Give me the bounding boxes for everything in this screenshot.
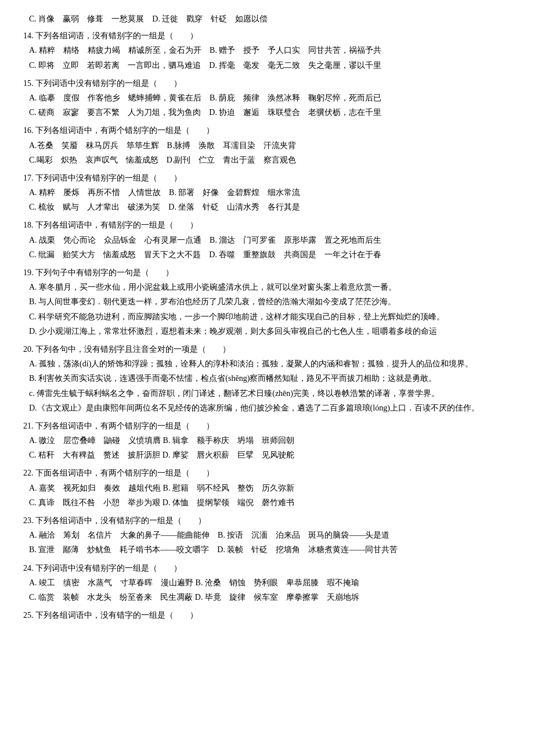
question-option: A. 竣工 缜密 水蒸气 寸草春晖 漫山遍野 B. 沧桑 销蚀 势利眼 卑恭屈膝… xyxy=(23,575,511,590)
question-title: 15. 下列词语中没有错别字的一组是（ ） xyxy=(23,76,511,91)
question-option: A. 精粹 屡烁 再所不惜 人情世故 B. 部署 好像 金碧辉煌 细水常流 xyxy=(23,185,511,200)
question-option: C.喝彩 炽热 哀声叹气 恼羞成怒 D.副刊 伫立 青出于蓝 察言观色 xyxy=(23,153,511,167)
main-content: C. 肖像 赢弱 修葺 一愁莫展 D. 迁徙 戳穿 针砭 如愿以偿14. 下列各… xyxy=(23,12,511,622)
question-title: 24. 下列词语中没有错别字的一组是（ ） xyxy=(23,561,511,575)
question-title: 23. 下列各组词语中，没有错别字的一组是（ ） xyxy=(23,513,511,528)
question-block: 18. 下列各组词语中，有错别字的一组是（ ）A. 战栗 凭心而论 众品铄金 心… xyxy=(23,218,511,262)
question-block: 23. 下列各组词语中，没有错别字的一组是（ ）A. 融洽 筹划 名信片 大象的… xyxy=(23,513,511,557)
question-option: A. 嗷泣 层峦叠嶂 鼬碰 义愤填膺 B. 辑拿 额手称庆 坍塌 班师回朝 xyxy=(23,433,511,448)
question-title: 16. 下列各组词语中，有两个错别字的一组是（ ） xyxy=(23,123,511,138)
question-option-long: B. 与人间世事变幻．朝代更迭一样，罗布泊也经历了几荣几衰，曾经的浩瀚大湖如今变… xyxy=(23,294,511,309)
question-block: 22. 下面各组词语中，有两个错别字的一组是（ ）A. 嘉奖 视死如归 奏效 越… xyxy=(23,466,511,510)
question-title: 19. 下列句子中有错别字的一句是（ ） xyxy=(23,265,511,280)
question-title: 17. 下列词语中没有错别字的一组是（ ） xyxy=(23,171,511,185)
question-block: 14. 下列各组词语，没有错别字的一组是（ ）A. 精粹 精络 精疲力竭 精诚所… xyxy=(23,28,511,73)
question-option: C. 真谛 既往不咎 小憩 举步为艰 D. 体恤 提纲挈领 端倪 磬竹难书 xyxy=(23,495,511,510)
question-block: 17. 下列词语中没有错别字的一组是（ ）A. 精粹 屡烁 再所不惜 人情世故 … xyxy=(23,171,511,215)
question-option: C. 磋商 寂寥 要言不繁 人为刀俎，我为鱼肉 D. 协迫 邂逅 珠联璧合 老骥… xyxy=(23,105,511,120)
question-block: 15. 下列词语中没有错别字的一组是（ ）A. 临摹 度假 作客他乡 蟋蟀捕蝉，… xyxy=(23,76,511,120)
question-block: 19. 下列句子中有错别字的一句是（ ）A. 寒冬腊月，买一些水仙，用小泥盆栽上… xyxy=(23,265,511,339)
question-option-long: D.《古文观止》是由康熙年间两位名不见经传的选家所编，他们披沙捡金，遴选了二百多… xyxy=(23,401,511,415)
question-option-long: A. 孤独，荡涤(dí)人的矫饰和浮躁；孤独，诠释人的淳朴和淡泊；孤独，凝聚人的… xyxy=(23,357,511,371)
question-title: 20. 下列各句中，没有错别字且注音全对的一项是（ ） xyxy=(23,342,511,357)
question-title: 18. 下列各组词语中，有错别字的一组是（ ） xyxy=(23,218,511,232)
question-option: A. 临摹 度假 作客他乡 蟋蟀捕蝉，黄雀在后 B. 荫庇 频律 涣然冰释 鞠躬… xyxy=(23,91,511,105)
question-option: C. 即将 立即 若即若离 一言即出，驷马难追 D. 挥毫 毫发 毫无二致 失之… xyxy=(23,58,511,73)
question-block: 21. 下列各组词语中，有两个错别字的一组是（ ）A. 嗷泣 层峦叠嶂 鼬碰 义… xyxy=(23,419,511,463)
question-title: 21. 下列各组词语中，有两个错别字的一组是（ ） xyxy=(23,419,511,433)
question-option: A. 嘉奖 视死如归 奏效 越俎代疱 B. 慰籍 弱不经风 整饬 历久弥新 xyxy=(23,481,511,495)
question-option: B. 宣泄 鄙薄 炒鱿鱼 耗子啃书本——咬文嚼字 D. 装帧 针砭 挖墙角 冰糖… xyxy=(23,542,511,557)
question-title: 25. 下列各组词语中，没有错字的一组是（ ） xyxy=(23,608,511,622)
question-option-long: A. 寒冬腊月，买一些水仙，用小泥盆栽上或用小瓷碗盛清水供上，就可以坐对窗头案上… xyxy=(23,280,511,294)
question-title: 14. 下列各组词语，没有错别字的一组是（ ） xyxy=(23,28,511,43)
question-option: A.苍桑 笑靥 秣马厉兵 筚筚生辉 B.脉搏 涣散 耳濡目染 汗流夹背 xyxy=(23,138,511,153)
question-option: A. 精粹 精络 精疲力竭 精诚所至，金石为开 B. 赠予 授予 予人口实 同甘… xyxy=(23,43,511,57)
question-block: 24. 下列词语中没有错别字的一组是（ ）A. 竣工 缜密 水蒸气 寸草春晖 漫… xyxy=(23,561,511,605)
question-option-long: c. 傅雷先生毓于蜗利蜗名之争，奋而辞职，闭门译述，翻译艺术日臻(zhēn)完美… xyxy=(23,386,511,401)
question-option: C. 临赏 装帧 水龙头 纷至沓来 民生凋蔽 D. 毕竟 旋律 候车室 摩拳擦掌… xyxy=(23,590,511,604)
question-option: C. 梳妆 赋与 人才辈出 破涕为笑 D. 坐落 针砭 山清水秀 各行其是 xyxy=(23,200,511,214)
question-option-long: B. 利害攸关而实话实说，连遇强手而毫不怯懦，检点省(shěng)察而幡然知耻，… xyxy=(23,371,511,386)
question-option: A. 战栗 凭心而论 众品铄金 心有灵犀一点通 B. 溜达 门可罗雀 原形毕露 … xyxy=(23,233,511,247)
question-block: 20. 下列各句中，没有错别字且注音全对的一项是（ ）A. 孤独，荡涤(dí)人… xyxy=(23,342,511,415)
question-option-long: D. 少小观湖江海上，常常壮怀激烈，遐想着未来；晚岁观潮，则大多回头审视自己的七… xyxy=(23,324,511,339)
question-block: 16. 下列各组词语中，有两个错别字的一组是（ ）A.苍桑 笑靥 秣马厉兵 筚筚… xyxy=(23,123,511,167)
question-option-long: C. 科学研究不能急功进利，而应脚踏实地，一步一个脚印地前进，这样才能实现自己的… xyxy=(23,309,511,324)
question-option: C. 纰漏 贻笑大方 恼羞成怒 冒天下之大不韪 D. 吞噬 重整旗鼓 共商国是 … xyxy=(23,247,511,262)
question-option: A. 融洽 筹划 名信片 大象的鼻子——能曲能伸 B. 按语 沉湎 泊来品 斑马… xyxy=(23,528,511,542)
question-option: C. 秸秆 大有稗益 赘述 披肝沥胆 D. 摩娑 唇火积薪 巨擘 见风驶舵 xyxy=(23,448,511,462)
question-title: 22. 下面各组词语中，有两个错别字的一组是（ ） xyxy=(23,466,511,480)
question-block: 25. 下列各组词语中，没有错字的一组是（ ） xyxy=(23,608,511,622)
option-continuation-line: C. 肖像 赢弱 修葺 一愁莫展 D. 迁徙 戳穿 针砭 如愿以偿 xyxy=(23,12,511,26)
